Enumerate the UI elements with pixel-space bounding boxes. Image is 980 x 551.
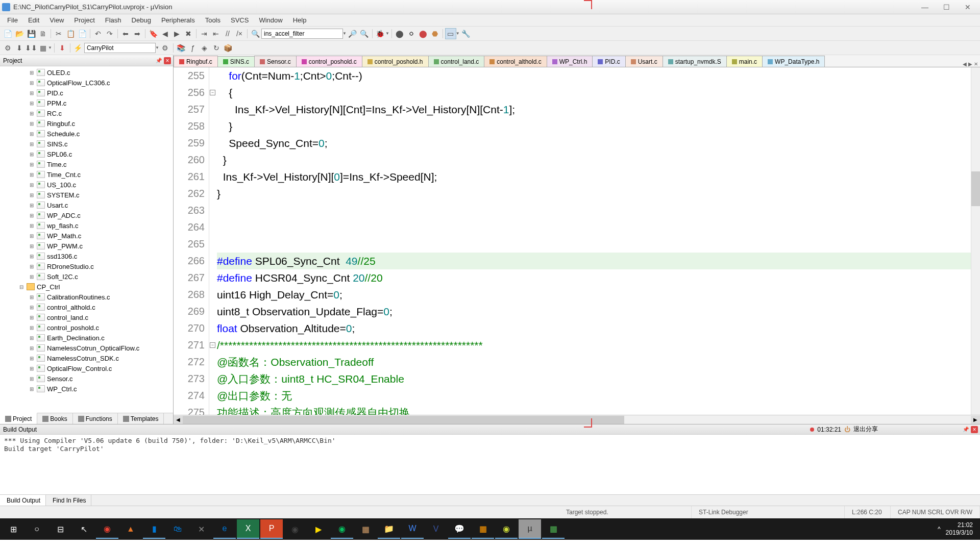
- pin-icon[interactable]: 📌: [156, 58, 162, 63]
- app-icon-1[interactable]: ▦: [354, 519, 377, 539]
- build-button[interactable]: ⬇: [14, 42, 25, 54]
- tree-folder[interactable]: ⊟CP_Ctrl: [0, 282, 173, 292]
- cortana-icon[interactable]: ○: [26, 519, 48, 539]
- editor-tab[interactable]: control_land.c: [428, 56, 485, 67]
- code-editor[interactable]: 2552562572582592602612622632642652662672…: [174, 67, 980, 415]
- taskbar[interactable]: ⊞ ○ ⊟ ↖ ◉ ▲ ▮ 🛍 ✕ e X P ◉ ▶ ◉ ▦ 📁 W V 💬 …: [0, 518, 980, 540]
- app-icon-4[interactable]: ▦: [542, 519, 565, 539]
- tray-clock[interactable]: 21:02 2019/3/10: [946, 521, 973, 537]
- tree-file[interactable]: ⊞Schedule.c: [0, 129, 173, 139]
- manage-button[interactable]: ⚙: [160, 42, 171, 54]
- bookmark-next-button[interactable]: ▶: [171, 28, 182, 39]
- open-button[interactable]: 📂: [14, 28, 25, 39]
- tree-file[interactable]: ⊞Usart.c: [0, 200, 173, 210]
- tree-file[interactable]: ⊞WP_Ctrl.c: [0, 384, 173, 394]
- app-icon-2[interactable]: ▦: [472, 519, 494, 539]
- refresh-icon[interactable]: ↻: [211, 42, 222, 54]
- code-content[interactable]: for(Cnt=Num-1;Cnt>0;Cnt--) { Ins_Kf->Vel…: [217, 67, 980, 415]
- fold-column[interactable]: −−: [209, 67, 217, 415]
- tree-file[interactable]: ⊞control_althold.c: [0, 302, 173, 312]
- tree-file[interactable]: ⊞WP_Math.c: [0, 231, 173, 241]
- app-icon-3[interactable]: ◉: [495, 519, 518, 539]
- editor-tab[interactable]: PID.c: [592, 56, 625, 67]
- comment-button[interactable]: //: [222, 28, 233, 39]
- tree-file[interactable]: ⊞RDroneStudio.c: [0, 261, 173, 271]
- editor-tab[interactable]: Usart.c: [625, 56, 663, 67]
- potplayer-icon[interactable]: ▶: [307, 519, 330, 539]
- menu-window[interactable]: Window: [254, 15, 287, 25]
- editor-tab[interactable]: control_poshold.h: [362, 56, 429, 67]
- bookmark-clear-button[interactable]: ✖: [183, 28, 194, 39]
- tree-file[interactable]: ⊞PPM.c: [0, 98, 173, 108]
- target-select[interactable]: [84, 43, 156, 53]
- excel-icon[interactable]: X: [237, 519, 259, 539]
- tree-file[interactable]: ⊞control_land.c: [0, 312, 173, 322]
- bookmark-button[interactable]: 🔖: [148, 28, 159, 39]
- tree-file[interactable]: ⊞PID.c: [0, 88, 173, 98]
- editor-tab[interactable]: main.c: [726, 56, 763, 67]
- tree-file[interactable]: ⊞NamelessCotrun_OpticalFlow.c: [0, 343, 173, 353]
- horizontal-scrollbar[interactable]: ◀ ▶: [174, 415, 980, 424]
- editor-tab[interactable]: Sensor.c: [254, 56, 297, 67]
- start-button[interactable]: ⊞: [2, 519, 24, 539]
- tree-file[interactable]: ⊞OpticalFlow_Control.c: [0, 363, 173, 373]
- tree-file[interactable]: ⊞OLED.c: [0, 67, 173, 78]
- rebuild-button[interactable]: ⬇⬇: [26, 42, 37, 54]
- window-button[interactable]: ▭: [445, 28, 456, 39]
- bp-window-button[interactable]: ⬣: [429, 28, 440, 39]
- batch-build-button[interactable]: ▦: [37, 42, 48, 54]
- tree-file[interactable]: ⊞Earth_Declination.c: [0, 333, 173, 343]
- outdent-button[interactable]: ⇤: [210, 28, 222, 39]
- tree-file[interactable]: ⊞US_100.c: [0, 180, 173, 190]
- bo-close-icon[interactable]: ×: [971, 426, 978, 433]
- save-all-button[interactable]: 🗎: [37, 28, 48, 39]
- tree-file[interactable]: ⊞Time_Cnt.c: [0, 169, 173, 180]
- cut-button[interactable]: ✂: [53, 28, 64, 39]
- tree-file[interactable]: ⊞WP_ADC.c: [0, 210, 173, 220]
- system-tray[interactable]: ^ 21:02 2019/3/10: [938, 521, 978, 537]
- editor-tab[interactable]: SINS.c: [217, 56, 255, 67]
- project-tab-templates[interactable]: Templates: [118, 413, 164, 424]
- tool-icon[interactable]: ✕: [190, 519, 212, 539]
- chat-icon[interactable]: 💬: [448, 519, 471, 539]
- build-output-content[interactable]: *** Using Compiler 'V5.06 update 6 (buil…: [0, 435, 980, 494]
- pack-icon[interactable]: 📦: [223, 42, 234, 54]
- redo-button[interactable]: ↷: [104, 28, 115, 39]
- target-options-button[interactable]: ⚡: [72, 42, 84, 54]
- ppt-icon[interactable]: P: [260, 519, 283, 539]
- store-icon[interactable]: 🛍: [166, 519, 189, 539]
- editor-tab[interactable]: startup_nvmdk.S: [663, 56, 727, 67]
- bookmark-prev-button[interactable]: ◀: [159, 28, 170, 39]
- copy-button[interactable]: 📋: [65, 28, 76, 39]
- translate-button[interactable]: ⚙: [2, 42, 13, 54]
- tree-file[interactable]: ⊞control_poshold.c: [0, 322, 173, 333]
- explorer-icon[interactable]: 📁: [378, 519, 400, 539]
- tree-file[interactable]: ⊞SINS.c: [0, 139, 173, 149]
- panel-close-icon[interactable]: ×: [164, 57, 171, 64]
- incremental-find-button[interactable]: 🔍: [359, 28, 370, 39]
- editor-tab[interactable]: WP_Ctrl.h: [547, 56, 593, 67]
- search-input[interactable]: [261, 29, 343, 39]
- undo-button[interactable]: ↶: [92, 28, 104, 39]
- tree-file[interactable]: ⊞CalibrationRoutines.c: [0, 292, 173, 302]
- tree-file[interactable]: ⊞SYSTEM.c: [0, 190, 173, 200]
- keil-icon[interactable]: µ: [519, 519, 541, 539]
- menu-peripherals[interactable]: Peripherals: [156, 15, 200, 25]
- editor-tab[interactable]: WP_DataType.h: [762, 56, 825, 67]
- disable-bp-button[interactable]: ⭘: [406, 28, 417, 39]
- project-tree[interactable]: ⊞OLED.c⊞OpticalFlow_LC306.c⊞PID.c⊞PPM.c⊞…: [0, 66, 173, 413]
- wps-icon[interactable]: W: [401, 519, 424, 539]
- find-icon[interactable]: 🔍: [250, 28, 261, 39]
- config-button[interactable]: 🔧: [460, 28, 472, 39]
- menu-svcs[interactable]: SVCS: [226, 15, 254, 25]
- paste-button[interactable]: 📄: [77, 28, 88, 39]
- menu-project[interactable]: Project: [69, 15, 100, 25]
- nav-back-button[interactable]: ⬅: [120, 28, 131, 39]
- tree-file[interactable]: ⊞Sensor.c: [0, 373, 173, 384]
- menu-help[interactable]: Help: [288, 15, 312, 25]
- project-tab-books[interactable]: Books: [37, 413, 72, 424]
- tree-file[interactable]: ⊞Time.c: [0, 159, 173, 169]
- matlab-icon[interactable]: ▲: [119, 519, 142, 539]
- close-button[interactable]: ✕: [958, 2, 978, 13]
- tree-file[interactable]: ⊞Ringbuf.c: [0, 118, 173, 129]
